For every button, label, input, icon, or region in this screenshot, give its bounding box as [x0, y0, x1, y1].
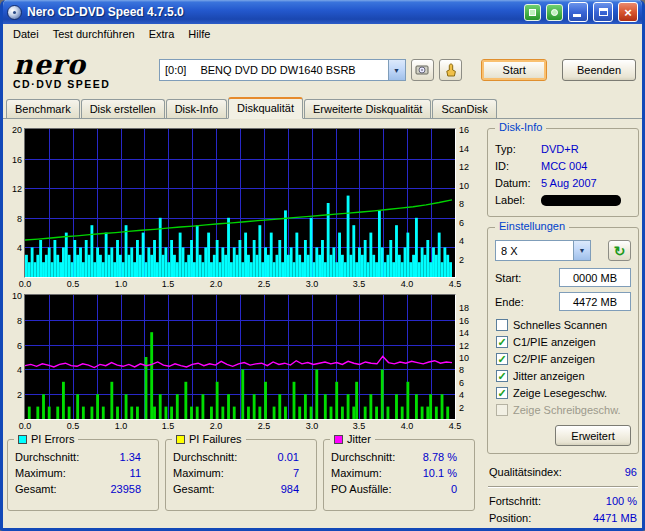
- checkbox-zeige-schreibgeschw[interactable]: Zeige Schreibgeschw.: [496, 401, 631, 418]
- stats-stat-row: Gesamt:23958: [15, 481, 151, 497]
- speed-select-arrow[interactable]: ▼: [573, 241, 590, 260]
- quality-index-row: Qualitätsindex: 96: [487, 464, 639, 481]
- progress-value: 100 %: [606, 493, 637, 510]
- stat-value: 0.01: [278, 449, 299, 465]
- advanced-button[interactable]: Erweitert: [555, 425, 631, 446]
- axis-tick-label: 10: [459, 181, 469, 191]
- progress-row-geschwindigkeit: Geschwindigkeit:8.34 X: [487, 527, 639, 531]
- end-field-label: Ende:: [495, 296, 524, 308]
- tab-diskqualit-t[interactable]: Diskqualität: [228, 97, 303, 119]
- stat-value: 8.78 %: [423, 449, 457, 465]
- x-tick-label: 1.5: [157, 279, 179, 289]
- axis-tick-label: 18: [459, 303, 469, 313]
- close-button[interactable]: ×: [618, 2, 638, 22]
- checkbox-zeige-lesegeschw[interactable]: ✓Zeige Lesegeschw.: [496, 384, 631, 401]
- tab-disk-erstellen[interactable]: Disk erstellen: [81, 99, 165, 118]
- refresh-button[interactable]: ↻: [608, 240, 631, 261]
- stats-row: PI ErrorsDurchschnitt:1.34Maximum:11Gesa…: [7, 439, 475, 511]
- disk-info-row: Datum:5 Aug 2007: [495, 175, 631, 192]
- drive-select[interactable]: [0:0] BENQ DVD DD DW1640 BSRB ▼: [159, 59, 406, 81]
- pie-chart-plot: [24, 128, 456, 278]
- tab-scandisk[interactable]: ScanDisk: [432, 99, 496, 118]
- checkbox-c1-pie-anzeigen[interactable]: ✓C1/PIE anzeigen: [496, 333, 631, 350]
- stat-label: Durchschnitt:: [15, 449, 79, 465]
- quality-index-value: 96: [625, 464, 637, 481]
- checkbox-box: [496, 404, 508, 416]
- pie-chart: 20161284 161412108642: [7, 128, 475, 278]
- axis-tick-label: 10: [459, 353, 469, 363]
- pif-chart-plot: [24, 294, 456, 420]
- disk-info-label: ID:: [495, 158, 541, 175]
- stats-stat-row: Maximum:10.1 %: [331, 465, 467, 481]
- speed-select[interactable]: 8 X ▼: [495, 240, 591, 261]
- progress-label: Geschwindigkeit:: [489, 527, 572, 531]
- nero-logo: nero CD·DVD SPEED: [9, 51, 154, 90]
- logo-product: CD·DVD SPEED: [13, 79, 154, 90]
- tab-erweiterte-diskqualit-t[interactable]: Erweiterte Diskqualität: [304, 99, 431, 118]
- start-button[interactable]: Start: [481, 59, 546, 81]
- axis-tick-label: 20: [12, 125, 22, 135]
- minimize-button[interactable]: [568, 2, 588, 22]
- hand-icon: [444, 63, 458, 78]
- speed-value: 8 X: [501, 245, 518, 257]
- stats-title: Jitter: [347, 433, 371, 445]
- menu-item-extra[interactable]: Extra: [142, 26, 182, 42]
- titlebar-utility-icon-1[interactable]: [524, 4, 541, 21]
- stats-stat-row: Maximum:11: [15, 465, 151, 481]
- progress-row-fortschritt: Fortschritt:100 %: [487, 493, 639, 510]
- axis-tick-label: 4: [459, 390, 464, 400]
- axis-tick-label: 4: [17, 365, 22, 375]
- pie-chart-x-axis: 0.00.51.01.52.02.53.03.54.04.5: [7, 278, 475, 291]
- pif-chart-canvas: [25, 295, 455, 419]
- menu-item-hilfe[interactable]: Hilfe: [181, 26, 217, 42]
- header: nero CD·DVD SPEED [0:0] BENQ DVD DD DW16…: [3, 43, 642, 97]
- x-tick-label: 0.0: [14, 421, 36, 431]
- x-tick-label: 1.5: [157, 421, 179, 431]
- disk-info-group: Disk-Info Typ:DVD+RID:MCC 004Datum:5 Aug…: [487, 128, 639, 217]
- axis-tick-label: 16: [459, 125, 469, 135]
- chevron-down-icon: ▼: [579, 247, 586, 254]
- checkbox-schnelles-scannen[interactable]: Schnelles Scannen: [496, 316, 631, 333]
- start-field[interactable]: [559, 268, 631, 287]
- stats-pi-failures: PI FailuresDurchschnitt:0.01Maximum:7Ges…: [165, 439, 317, 511]
- stats-pi-errors: PI ErrorsDurchschnitt:1.34Maximum:11Gesa…: [7, 439, 159, 511]
- end-field[interactable]: [559, 292, 631, 311]
- menu-item-datei[interactable]: Datei: [6, 26, 46, 42]
- eject-button[interactable]: [439, 59, 462, 81]
- stat-value: 11: [130, 465, 141, 481]
- axis-tick-label: 14: [459, 144, 469, 154]
- drive-select-arrow[interactable]: ▼: [388, 60, 405, 80]
- stats-legend: Jitter: [330, 433, 375, 445]
- charts-column: 20161284 161412108642 0.00.51.01.52.02.5…: [7, 128, 475, 531]
- checkbox-c2-pif-anzeigen[interactable]: ✓C2/PIF anzeigen: [496, 350, 631, 367]
- page-diskqualitaet: 20161284 161412108642 0.00.51.01.52.02.5…: [3, 119, 642, 531]
- window-title: Nero CD-DVD Speed 4.7.5.0: [25, 5, 519, 19]
- quit-button[interactable]: Beenden: [562, 59, 636, 81]
- stat-label: Gesamt:: [15, 481, 57, 497]
- disk-info-title: Disk-Info: [495, 121, 546, 133]
- titlebar: Nero CD-DVD Speed 4.7.5.0 ×: [3, 0, 642, 24]
- tab-benchmark[interactable]: Benchmark: [6, 99, 80, 118]
- stat-label: PO Ausfälle:: [331, 481, 392, 497]
- checkbox-jitter-anzeigen[interactable]: ✓Jitter anzeigen: [496, 367, 631, 384]
- titlebar-utility-icon-2[interactable]: [546, 4, 563, 21]
- axis-tick-label: 10: [12, 291, 22, 301]
- stat-value: 984: [281, 481, 299, 497]
- stats-stat-row: Durchschnitt:1.34: [15, 449, 151, 465]
- maximize-button[interactable]: [593, 2, 613, 22]
- disk-info-value: 5 Aug 2007: [541, 175, 631, 192]
- menu-item-test-durchf-hren[interactable]: Test durchführen: [46, 26, 142, 42]
- chevron-down-icon: ▼: [393, 67, 400, 74]
- menubar: DateiTest durchführenExtraHilfe: [3, 24, 642, 43]
- app-icon[interactable]: [7, 5, 22, 20]
- minimize-icon: [573, 14, 581, 17]
- drive-info-button[interactable]: [411, 59, 434, 81]
- refresh-icon: ↻: [614, 243, 626, 259]
- drive-id: [0:0]: [165, 64, 186, 76]
- tab-disk-info[interactable]: Disk-Info: [166, 99, 227, 118]
- stat-value: 23958: [110, 481, 141, 497]
- quality-index-label: Qualitätsindex:: [489, 464, 562, 481]
- stats-stat-row: Durchschnitt:8.78 %: [331, 449, 467, 465]
- x-tick-label: 2.5: [253, 279, 275, 289]
- progress-value: 4471 MB: [593, 510, 637, 527]
